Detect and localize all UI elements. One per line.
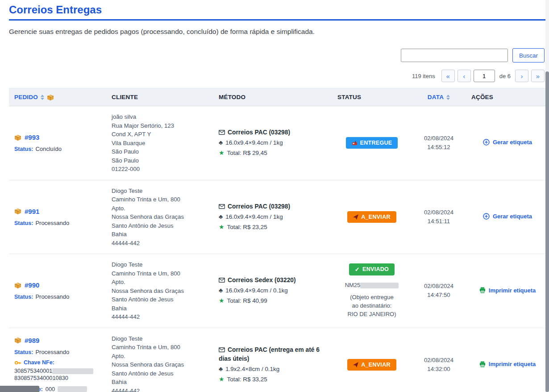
table-row: #990 Status:Processando Diogo Teste Cami… xyxy=(9,254,549,328)
tracking-code[interactable]: NM25 xyxy=(337,282,406,288)
method-total: ★Total: R$ 33,25 xyxy=(219,375,327,384)
sort-icon[interactable] xyxy=(446,95,450,100)
status-cell: ✓ ENVIADO NM25 (Objeto entregue ao desti… xyxy=(332,262,412,320)
page-title: Correios Entregas xyxy=(9,4,549,16)
redacted-text xyxy=(52,368,93,374)
scrollbar-thumb[interactable] xyxy=(545,71,549,392)
order-status: Status:Concluído xyxy=(14,146,101,152)
method-title: Correios PAC (03298) xyxy=(219,128,327,137)
client-cell: Diogo Teste Caminho Trinta e Um, 800 Apt… xyxy=(106,185,213,250)
deliveries-table: PEDIDO CLIENTE MÉTODO STATUS DATA AÇÕES … xyxy=(9,88,549,392)
actions-cell: Gerar etiqueta xyxy=(466,137,549,149)
time: 14:55:12 xyxy=(417,143,461,152)
column-header-status: STATUS xyxy=(332,94,412,100)
printer-icon xyxy=(479,361,486,367)
search-button[interactable]: Buscar xyxy=(512,48,545,63)
package-icon xyxy=(14,337,21,344)
send-icon xyxy=(353,362,358,367)
package-icon xyxy=(14,208,21,215)
column-header-acoes: AÇÕES xyxy=(466,94,549,100)
star-icon: ★ xyxy=(219,223,225,230)
page-header: Correios Entregas xyxy=(9,4,549,21)
sort-icon[interactable] xyxy=(41,95,44,100)
date-cell: 02/08/2024 14:51:11 xyxy=(412,206,466,228)
package-icon xyxy=(47,94,54,101)
method-dimensions: ♣1.9x2.4×8cm / 0.1kg xyxy=(219,364,327,374)
key-icon xyxy=(14,359,21,366)
method-total: ★Total: R$ 23,25 xyxy=(219,222,327,232)
order-number[interactable]: #993 xyxy=(14,133,101,141)
nfe-key-value: 308575340001 83085753400010830 xyxy=(14,367,101,382)
date: 02/08/2024 xyxy=(417,282,461,291)
client-cell: Diogo Teste Caminho Trinta e Um, 800 Apt… xyxy=(106,333,213,392)
status-cell: A_ENVIAR xyxy=(332,209,412,225)
status-cell: A_ENVIAR xyxy=(332,357,412,372)
last-page-button[interactable]: » xyxy=(531,70,545,82)
order-cell: #993 Status:Concluído xyxy=(9,132,106,154)
column-header-pedido[interactable]: PEDIDO xyxy=(9,94,106,101)
status-badge: A_ENVIAR xyxy=(347,211,396,223)
order-cell: #989 Status:Processando Chave NFe: 30857… xyxy=(9,335,106,392)
prev-page-button[interactable]: ‹ xyxy=(458,70,471,82)
envelope-icon xyxy=(219,130,225,135)
order-cell: #991 Status:Processando xyxy=(9,206,106,228)
print-label-button[interactable]: Imprimir etiqueta xyxy=(479,287,536,294)
order-number[interactable]: #991 xyxy=(14,208,101,215)
actions-cell: Imprimir etiqueta xyxy=(466,285,549,297)
next-page-button[interactable]: › xyxy=(515,70,528,82)
method-title: Correios PAC (entrega em até 6 dias útei… xyxy=(219,346,327,363)
column-header-cliente: CLIENTE xyxy=(106,94,213,100)
method-dimensions: ♣16.0x9.4×9.4cm / 1kg xyxy=(219,138,327,147)
dimensions-icon: ♣ xyxy=(219,139,223,146)
column-header-data[interactable]: DATA xyxy=(412,94,466,100)
tracking-note: (Objeto entregue ao destinatário: RIO DE… xyxy=(337,293,406,318)
date: 02/08/2024 xyxy=(417,208,461,217)
table-row: #989 Status:Processando Chave NFe: 30857… xyxy=(9,328,549,392)
current-page-input[interactable] xyxy=(474,70,495,82)
status-cell: ENTREGUE xyxy=(332,135,412,150)
status-badge: A_ENVIAR xyxy=(347,359,396,371)
column-header-metodo: MÉTODO xyxy=(213,94,332,100)
actions-cell: Gerar etiqueta xyxy=(466,211,549,223)
items-count: 119 itens xyxy=(412,73,435,79)
dimensions-icon: ♣ xyxy=(219,213,223,220)
generate-label-button[interactable]: Gerar etiqueta xyxy=(483,213,532,220)
star-icon: ★ xyxy=(219,375,225,383)
plus-circle-icon xyxy=(483,139,490,146)
method-cell: Correios PAC (03298) ♣16.0x9.4×9.4cm / 1… xyxy=(213,200,332,234)
method-cell: Correios PAC (03298) ♣16.0x9.4×9.4cm / 1… xyxy=(213,126,332,159)
dimensions-icon: ♣ xyxy=(219,287,223,294)
order-status: Status:Processando xyxy=(14,220,101,226)
generate-label-button[interactable]: Gerar etiqueta xyxy=(483,139,532,146)
method-total: ★Total: R$ 29,45 xyxy=(219,148,327,158)
client-cell: joão silva Rua Major Sertório, 123 Cond … xyxy=(106,111,213,175)
date: 02/08/2024 xyxy=(417,356,461,365)
nfe-key-label: Chave NFe: xyxy=(14,359,101,366)
time: 14:47:50 xyxy=(417,291,461,300)
search-toolbar: Buscar xyxy=(0,48,549,63)
package-icon xyxy=(14,282,21,289)
redacted-text xyxy=(58,386,87,392)
client-cell: Diogo Teste Caminho Trinta e Um, 800 Apt… xyxy=(106,259,213,323)
star-icon: ★ xyxy=(219,297,225,304)
plus-circle-icon xyxy=(483,213,490,220)
print-label-button[interactable]: Imprimir etiqueta xyxy=(479,361,536,367)
link-preview-tooltip xyxy=(0,386,39,392)
star-icon: ★ xyxy=(219,149,225,156)
order-number[interactable]: #990 xyxy=(14,281,101,289)
first-page-button[interactable]: « xyxy=(441,70,455,82)
nfe-number-value: 000 xyxy=(46,386,55,392)
order-number[interactable]: #989 xyxy=(14,337,101,344)
method-dimensions: ♣16.0x9.4×9.4cm / 0.1kg xyxy=(219,286,327,295)
envelope-icon xyxy=(219,278,225,283)
date: 02/08/2024 xyxy=(417,134,461,143)
mailbox-icon xyxy=(352,141,358,146)
pagination: 119 itens « ‹ de 6 › » xyxy=(0,70,549,82)
envelope-icon xyxy=(219,204,225,209)
table-row: #991 Status:Processando Diogo Teste Cami… xyxy=(9,180,549,254)
status-badge: ENTREGUE xyxy=(346,137,398,149)
method-cell: Correios Sedex (03220) ♣16.0x9.4×9.4cm /… xyxy=(213,274,332,307)
order-status: Status:Processando xyxy=(14,349,101,355)
search-input[interactable] xyxy=(401,49,508,62)
method-total: ★Total: R$ 40,99 xyxy=(219,296,327,305)
